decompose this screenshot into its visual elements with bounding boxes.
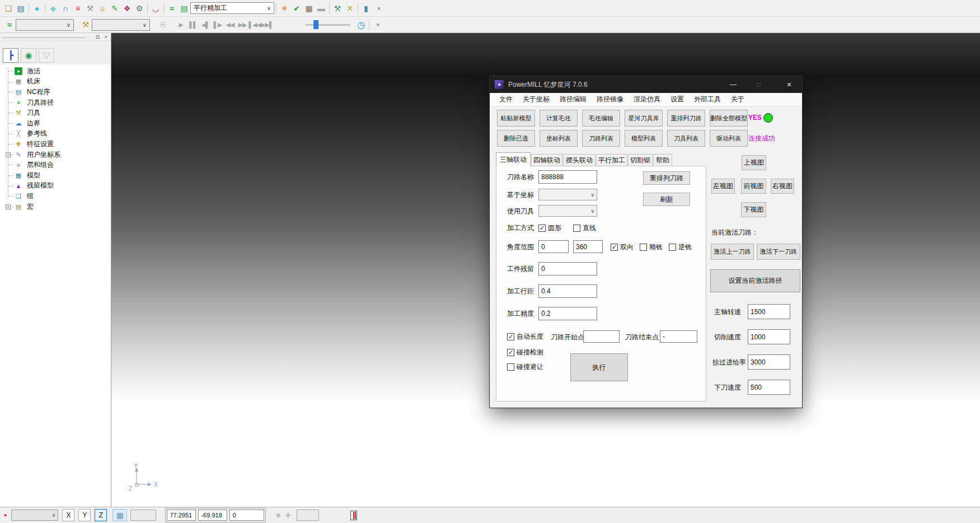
tree-item-tools[interactable]: ⚒刀具 <box>0 108 111 118</box>
tool-list-button[interactable]: 刀具列表 <box>667 130 705 147</box>
menu-about[interactable]: 关于 <box>726 93 749 106</box>
tool-verify-icon[interactable]: ✔ <box>290 2 303 15</box>
axis-x-button[interactable]: X <box>62 509 74 521</box>
panel-grip[interactable] <box>1 35 85 38</box>
coord-list-button[interactable]: 坐标列表 <box>540 130 578 147</box>
reorder-toolpath-button[interactable]: 重排列刀路 <box>643 171 690 185</box>
view-right-button[interactable]: 右视图 <box>771 179 794 194</box>
block-icon[interactable]: ◆ <box>47 2 59 15</box>
drive-list-button[interactable]: 驱动列表 <box>710 130 748 147</box>
probe-icon[interactable]: ✛ <box>285 511 291 520</box>
clock-icon[interactable]: ◷ <box>355 18 367 31</box>
tree-expander[interactable]: + <box>6 152 11 157</box>
sim-toolpath-icon[interactable]: ≈ <box>3 18 16 31</box>
tree-item-stock-models[interactable]: ▲残留模型 <box>0 181 111 192</box>
calc-block-button[interactable]: 计算毛坯 <box>540 110 578 127</box>
sim-toolpath-dropdown[interactable]: ∨ <box>16 19 74 31</box>
spindle-speed-input[interactable] <box>748 304 790 319</box>
reorder-toolpaths-button[interactable]: 重排列刀路 <box>667 110 705 127</box>
shaded-view-icon[interactable]: ● <box>31 2 43 15</box>
tree-item-boundaries[interactable]: ☁边界 <box>0 118 111 129</box>
block-display-icon[interactable] <box>350 511 357 520</box>
toolpath-s-icon[interactable]: ≈ <box>166 2 178 15</box>
play-button[interactable]: ▶ <box>175 19 187 30</box>
tab-help[interactable]: 帮助 <box>653 154 672 166</box>
axis-z-button[interactable]: Z <box>95 509 107 521</box>
calculator-icon[interactable]: ▦ <box>303 2 315 15</box>
dir-conventional-checkbox[interactable]: 逆铣 <box>669 242 692 252</box>
cutting-feed-input[interactable] <box>748 329 790 344</box>
mode-circle-checkbox[interactable]: ✓圆形 <box>538 223 561 233</box>
curve-editor-icon[interactable]: ✎ <box>109 2 121 15</box>
start-point-input[interactable] <box>583 330 620 343</box>
snap-value-field[interactable] <box>130 510 156 521</box>
rewind-button[interactable]: ◀◀ <box>224 19 236 30</box>
axes-list-icon[interactable]: ≡ <box>276 511 280 520</box>
tab-swivel[interactable]: 摆头联动 <box>563 154 595 166</box>
tree-item-macros[interactable]: +▤宏 <box>0 202 111 212</box>
menu-render-sim[interactable]: 渲染仿真 <box>629 93 665 106</box>
go-to-start-button[interactable]: ▌◀◀ <box>248 19 261 30</box>
menu-file[interactable]: 文件 <box>494 93 518 106</box>
plunge-feed-input[interactable] <box>748 380 790 395</box>
rapid-heights-icon[interactable]: ∩ <box>59 2 72 15</box>
tree-item-machine[interactable]: ▦机床 <box>0 77 111 87</box>
tolerance-input[interactable] <box>538 307 597 320</box>
tab-saw[interactable]: 切割锯 <box>628 154 653 166</box>
step-back-button[interactable]: ◀▌ <box>199 19 212 30</box>
open-project-icon[interactable]: ❏ <box>2 2 15 15</box>
menu-coords[interactable]: 关于坐标 <box>518 93 555 106</box>
panel-close-button[interactable]: × <box>102 34 110 40</box>
stepover-input[interactable] <box>538 284 597 298</box>
strategy-list-icon[interactable]: ▤ <box>178 2 190 15</box>
angle-to-input[interactable] <box>573 240 603 253</box>
tree-item-levels-sets[interactable]: ≡层和组合 <box>0 160 111 170</box>
model-list-button[interactable]: 模型列表 <box>625 130 663 147</box>
auto-length-checkbox[interactable]: ✓自动长度 <box>507 332 543 342</box>
tree-item-feature-sets[interactable]: ❖特征设置 <box>0 139 111 150</box>
viewport-3d[interactable]: Y X Z ★ PowerMILL 忆梦星河 7.0.6 — □ × 文件 关于… <box>111 33 980 507</box>
delete-all-models-button[interactable]: 删除全部模型 <box>710 110 748 127</box>
close-button[interactable]: × <box>776 76 802 93</box>
activate-prev-toolpath-button[interactable]: 激活上一刀路 <box>711 244 754 260</box>
statusbar-empty-field[interactable] <box>297 510 319 521</box>
tool-change-icon[interactable]: ⚒ <box>331 2 344 15</box>
tree-item-nc-programs[interactable]: ▤NC程序 <box>0 87 111 97</box>
menu-settings[interactable]: 设置 <box>665 93 689 106</box>
collision-check-icon[interactable]: ✳ <box>278 2 290 15</box>
base-coord-dropdown[interactable]: ∨ <box>538 189 597 200</box>
pause-button[interactable]: ▌▌ <box>187 19 199 30</box>
tree-item-groups[interactable]: ❏组 <box>0 191 111 202</box>
tree-item-activate[interactable]: ➤激活 <box>0 66 111 77</box>
stock-allowance-input[interactable] <box>538 262 597 275</box>
maximize-button[interactable]: □ <box>746 76 772 93</box>
tab-recycle[interactable]: ▽ <box>39 48 54 63</box>
featureset-icon[interactable]: ❖ <box>121 2 133 15</box>
tree-item-toolpaths[interactable]: ≈刀具路径 <box>0 97 111 108</box>
grid-snap-icon[interactable]: ▦ <box>112 509 127 521</box>
start-end-point-icon[interactable]: ≡ <box>72 2 84 15</box>
tree-expander[interactable]: + <box>6 204 11 209</box>
paste-new-model-button[interactable]: 粘贴新模型 <box>497 110 535 127</box>
set-active-path-button[interactable]: 设置当前激活路径 <box>710 269 800 292</box>
toolpath-name-input[interactable] <box>538 170 597 184</box>
tool-holder-icon[interactable]: ▮ <box>360 2 372 15</box>
delete-selected-button[interactable]: 删除已选 <box>497 130 535 147</box>
view-front-button[interactable]: 前视图 <box>741 179 766 194</box>
slider-handle[interactable] <box>313 20 318 29</box>
close-toolbar-button[interactable]: × <box>374 4 383 13</box>
tool-ball-icon[interactable]: ⚒ <box>84 2 96 15</box>
refresh-button[interactable]: 刷新 <box>643 193 690 206</box>
light-bulb-icon[interactable]: ☉ <box>157 18 169 31</box>
mode-line-checkbox[interactable]: 直线 <box>573 223 596 233</box>
tree-item-workplanes[interactable]: +✎用户坐标系 <box>0 150 111 160</box>
tab-4axis[interactable]: 四轴联动 <box>531 154 562 166</box>
toolpath-list-button[interactable]: 刀路列表 <box>582 130 620 147</box>
axis-y-button[interactable]: Y <box>78 509 91 521</box>
use-tool-dropdown[interactable]: ∨ <box>538 205 597 217</box>
tab-web[interactable]: ◉ <box>21 48 36 63</box>
view-left-button[interactable]: 左视图 <box>711 179 735 194</box>
sim-tool-icon[interactable]: ⚒ <box>79 18 92 31</box>
tab-explorer[interactable]: ┣ <box>3 48 18 63</box>
execute-button[interactable]: 执行 <box>570 353 628 381</box>
